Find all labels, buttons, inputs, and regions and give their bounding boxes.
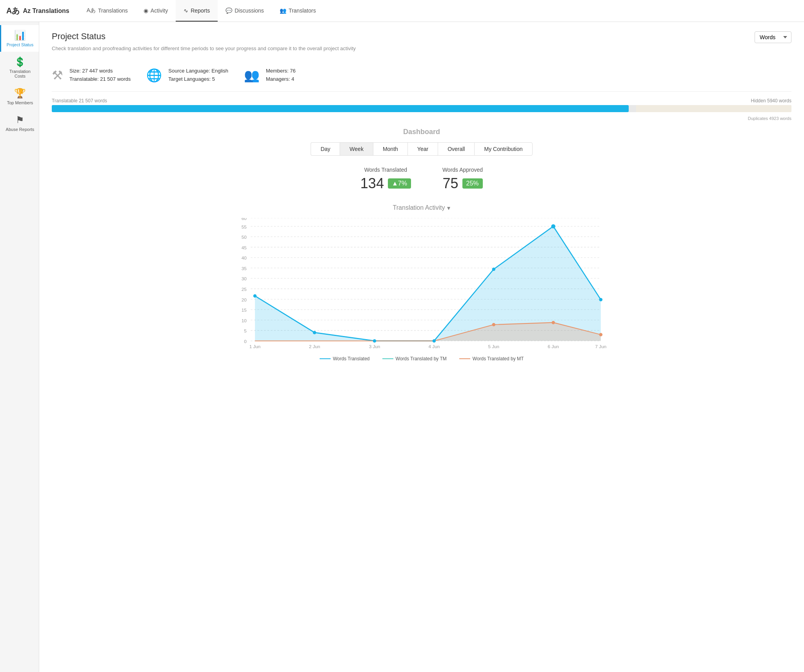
translators-icon: 👥: [280, 7, 286, 14]
members-icon: 👥: [244, 68, 260, 83]
discussions-icon: 💬: [226, 7, 232, 14]
top-members-icon: 🏆: [14, 88, 26, 99]
stat-size: ⚒ Size: 27 447 words Translatable: 21 50…: [52, 67, 131, 84]
point-translated-3: [373, 339, 377, 343]
page-subtitle: Check translation and proofreading activ…: [52, 45, 791, 51]
tab-my-contribution[interactable]: My Contribution: [474, 142, 532, 156]
point-translated-2: [313, 331, 317, 334]
legend-translated: Words Translated: [320, 356, 370, 361]
abuse-reports-icon: ⚑: [16, 114, 24, 125]
logo-icon: Aあ: [6, 5, 20, 16]
sidebar-item-abuse-reports[interactable]: ⚑ Abuse Reports: [0, 110, 39, 136]
progress-main: [52, 105, 629, 112]
reports-icon: ∿: [184, 7, 188, 14]
logo-text: Az Translations: [23, 7, 69, 15]
sidebar-item-translation-costs[interactable]: 💲 Translation Costs: [0, 52, 39, 83]
progress-labels: Translatable 21 507 words Hidden 5940 wo…: [52, 98, 791, 104]
legend-by-tm: Words Translated by TM: [382, 356, 447, 361]
svg-text:5: 5: [244, 328, 247, 333]
chevron-down-icon: ▾: [447, 204, 450, 212]
legend-line-translated: [320, 358, 331, 359]
translatable-label: Translatable 21 507 words: [52, 98, 107, 104]
project-status-icon: 📊: [14, 30, 26, 41]
page-title: Project Status: [52, 31, 106, 42]
main-content: Project Status Words Phrases Strings Che…: [39, 22, 804, 672]
point-mt-7: [599, 333, 603, 336]
legend-line-tm: [382, 358, 393, 359]
translatable-line: Translatable: 21 507 words: [69, 75, 131, 84]
svg-text:10: 10: [242, 318, 247, 323]
project-stats-row: ⚒ Size: 27 447 words Translatable: 21 50…: [52, 59, 791, 92]
sidebar-item-project-status[interactable]: 📊 Project Status: [0, 25, 39, 52]
translations-icon: Aあ: [87, 7, 96, 14]
top-nav: Aあ Az Translations Aあ Translations ◉ Act…: [0, 0, 804, 22]
tab-overall[interactable]: Overall: [438, 142, 474, 156]
tab-month[interactable]: Month: [373, 142, 407, 156]
chart-wrapper: .grid-line{stroke:#ddd;stroke-dasharray:…: [52, 218, 791, 351]
svg-text:40: 40: [242, 255, 247, 260]
point-translated-4: [433, 339, 436, 343]
svg-text:1 Jun: 1 Jun: [249, 343, 261, 349]
svg-text:6 Jun: 6 Jun: [548, 343, 559, 349]
words-translated-badge: ▲7%: [388, 178, 411, 189]
nav-translators[interactable]: 👥 Translators: [272, 0, 324, 22]
svg-text:20: 20: [242, 297, 247, 302]
svg-text:5 Jun: 5 Jun: [488, 343, 500, 349]
words-approved-badge: 25%: [462, 178, 483, 189]
point-translated-1: [253, 294, 257, 298]
svg-text:35: 35: [242, 265, 247, 271]
duplicates-label: Duplicates 4923 words: [748, 116, 791, 121]
words-approved-label: Words Approved: [442, 167, 483, 173]
stat-members: 👥 Members: 76 Managers: 4: [244, 67, 296, 84]
svg-text:2 Jun: 2 Jun: [309, 343, 320, 349]
words-approved-value: 75 25%: [442, 175, 483, 192]
point-translated-6: [551, 224, 555, 229]
point-mt-6: [552, 321, 555, 324]
svg-text:30: 30: [242, 276, 247, 281]
x-axis: 1 Jun 2 Jun 3 Jun 4 Jun 5 Jun 6 Jun 7 Ju…: [249, 343, 606, 349]
stats-cards: Words Translated 134 ▲7% Words Approved …: [52, 167, 791, 192]
nav-discussions[interactable]: 💬 Discussions: [218, 0, 272, 22]
nav-activity[interactable]: ◉ Activity: [136, 0, 176, 22]
period-tabs: Day Week Month Year Overall My Contribut…: [52, 142, 791, 156]
tab-year[interactable]: Year: [407, 142, 438, 156]
activity-icon: ◉: [144, 7, 148, 14]
nav-reports[interactable]: ∿ Reports: [176, 0, 218, 22]
svg-text:60: 60: [242, 218, 247, 221]
sidebar: 📊 Project Status 💲 Translation Costs 🏆 T…: [0, 22, 39, 672]
progress-section: Translatable 21 507 words Hidden 5940 wo…: [52, 98, 791, 112]
hammer-icon: ⚒: [52, 68, 63, 83]
svg-text:50: 50: [242, 234, 247, 240]
svg-text:0: 0: [244, 338, 247, 343]
svg-text:25: 25: [242, 287, 247, 292]
source-lang-line: Source Language: English: [168, 67, 228, 75]
dashboard-title: Dashboard: [52, 128, 791, 136]
point-mt-5: [492, 323, 496, 326]
svg-text:45: 45: [242, 245, 247, 250]
words-approved-card: Words Approved 75 25%: [442, 167, 483, 192]
app-logo: Aあ Az Translations: [6, 5, 69, 16]
words-translated-card: Words Translated 134 ▲7%: [360, 167, 411, 192]
legend-by-mt: Words Translated by MT: [459, 356, 524, 361]
nav-translations[interactable]: Aあ Translations: [79, 0, 136, 22]
sidebar-item-top-members[interactable]: 🏆 Top Members: [0, 83, 39, 110]
svg-text:15: 15: [242, 307, 247, 312]
members-line: Members: 76: [266, 67, 296, 75]
tab-day[interactable]: Day: [311, 142, 340, 156]
translation-costs-icon: 💲: [14, 56, 26, 67]
tab-week[interactable]: Week: [340, 142, 373, 156]
point-translated-5: [492, 267, 496, 271]
legend-line-mt: [459, 358, 470, 359]
size-line: Size: 27 447 words: [69, 67, 131, 75]
svg-text:55: 55: [242, 224, 247, 229]
svg-text:4 Jun: 4 Jun: [429, 343, 440, 349]
svg-text:3 Jun: 3 Jun: [369, 343, 380, 349]
hidden-label: Hidden 5940 words: [751, 98, 791, 104]
progress-hidden: [636, 105, 791, 112]
dashboard-section: Dashboard Day Week Month Year Overall My…: [52, 128, 791, 361]
chart-svg: .grid-line{stroke:#ddd;stroke-dasharray:…: [52, 218, 791, 351]
progress-bar: Duplicates 4923 words: [52, 105, 791, 112]
stat-languages: 🌐 Source Language: English Target Langua…: [146, 67, 228, 84]
chart-legend: Words Translated Words Translated by TM …: [52, 356, 791, 361]
words-select[interactable]: Words Phrases Strings: [755, 31, 791, 43]
